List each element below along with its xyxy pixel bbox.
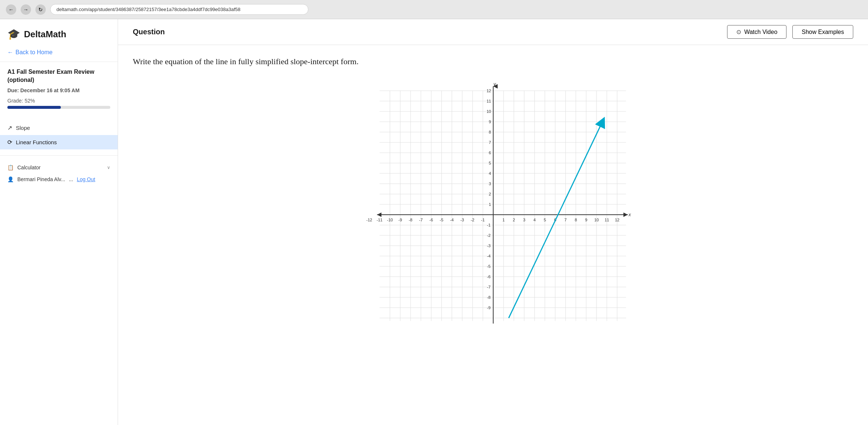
svg-text:3: 3 — [488, 182, 491, 186]
svg-text:-6: -6 — [429, 218, 433, 222]
nav-item-linear-functions-label: Linear Functions — [16, 139, 57, 145]
logo-area: 🎓 DeltaMath — [0, 19, 118, 46]
back-button[interactable]: ← — [6, 4, 16, 15]
svg-text:10: 10 — [486, 109, 491, 114]
logo-text: DeltaMath — [24, 29, 66, 39]
svg-text:-2: -2 — [471, 218, 474, 222]
back-to-home-link[interactable]: ← Back to Home — [0, 46, 118, 62]
svg-text:7: 7 — [488, 140, 491, 145]
svg-text:-5: -5 — [440, 218, 443, 222]
question-text: Write the equation of the line in fully … — [133, 57, 853, 66]
linear-functions-icon: ⟳ — [7, 139, 12, 146]
svg-text:11: 11 — [604, 218, 609, 222]
svg-text:6: 6 — [488, 151, 491, 155]
svg-text:2: 2 — [488, 192, 491, 196]
svg-text:1: 1 — [488, 202, 491, 207]
calculator-item[interactable]: 📋 Calculator ∨ — [7, 162, 110, 173]
svg-text:8: 8 — [488, 130, 491, 134]
svg-text:-2: -2 — [487, 233, 491, 238]
svg-text:-3: -3 — [487, 243, 491, 248]
nav-item-slope[interactable]: ↗ Slope — [0, 121, 118, 135]
svg-text:5: 5 — [543, 218, 546, 222]
graph-container: -12 -11 -10 -9 -8 -7 -6 -5 -4 -3 -2 -1 1… — [133, 78, 853, 336]
svg-text:7: 7 — [564, 218, 566, 222]
due-date: Due: December 16 at 9:05 AM — [7, 87, 110, 93]
grade-label: Grade: 52% — [7, 98, 110, 104]
logout-link[interactable]: Log Out — [77, 176, 95, 182]
svg-text:11: 11 — [486, 99, 491, 103]
question-title: Question — [133, 28, 165, 36]
slope-icon: ↗ — [7, 124, 12, 131]
svg-text:8: 8 — [574, 218, 577, 222]
nav-item-linear-functions[interactable]: ⟳ Linear Functions — [0, 135, 118, 149]
assignment-title: A1 Fall Semester Exam Review (optional) — [7, 68, 110, 84]
svg-text:-9: -9 — [487, 305, 491, 310]
due-date-value: December 16 at 9:05 AM — [20, 87, 80, 93]
back-arrow-icon: ← — [7, 49, 13, 56]
svg-text:-5: -5 — [487, 264, 491, 269]
forward-button[interactable]: → — [21, 4, 31, 15]
svg-text:9: 9 — [488, 120, 491, 124]
svg-text:4: 4 — [533, 218, 535, 222]
svg-text:12: 12 — [486, 89, 491, 93]
svg-text:-10: -10 — [387, 218, 393, 222]
graph-wrapper: -12 -11 -10 -9 -8 -7 -6 -5 -4 -3 -2 -1 1… — [349, 78, 637, 336]
svg-text:y: y — [493, 81, 496, 87]
svg-text:-4: -4 — [487, 254, 491, 258]
svg-text:2: 2 — [512, 218, 515, 222]
watch-video-button[interactable]: ⊙ Watch Video — [727, 25, 786, 39]
svg-text:-7: -7 — [419, 218, 423, 222]
svg-text:-8: -8 — [409, 218, 412, 222]
coordinate-graph: -12 -11 -10 -9 -8 -7 -6 -5 -4 -3 -2 -1 1… — [349, 78, 637, 336]
refresh-button[interactable]: ↻ — [35, 4, 46, 15]
user-item: 👤 Bermari Pineda Alv... ... Log Out — [7, 173, 110, 185]
address-bar[interactable] — [50, 4, 308, 15]
question-area: Write the equation of the line in fully … — [118, 45, 868, 425]
main-container: 🎓 DeltaMath ← Back to Home A1 Fall Semes… — [0, 19, 868, 425]
play-icon: ⊙ — [736, 28, 741, 35]
nav-item-slope-label: Slope — [16, 125, 30, 131]
svg-text:3: 3 — [523, 218, 525, 222]
logo-icon: 🎓 — [7, 28, 20, 40]
sidebar: 🎓 DeltaMath ← Back to Home A1 Fall Semes… — [0, 19, 118, 425]
svg-text:-6: -6 — [487, 274, 491, 279]
top-buttons: ⊙ Watch Video Show Examples — [727, 25, 853, 39]
calculator-icon: 📋 — [7, 165, 14, 170]
svg-text:-1: -1 — [481, 218, 485, 222]
user-icon: 👤 — [7, 176, 14, 182]
svg-text:10: 10 — [594, 218, 598, 222]
svg-text:-12: -12 — [366, 218, 372, 222]
user-name: Bermari Pineda Alv... — [17, 176, 65, 182]
expand-icon: ∨ — [107, 165, 110, 170]
svg-text:9: 9 — [585, 218, 587, 222]
assignment-info: A1 Fall Semester Exam Review (optional) … — [0, 62, 118, 115]
calculator-label: Calculator — [17, 165, 41, 170]
show-examples-button[interactable]: Show Examples — [792, 25, 853, 39]
svg-text:-8: -8 — [487, 295, 491, 300]
svg-text:-1: -1 — [487, 223, 491, 227]
due-label: Due: — [7, 87, 19, 93]
svg-text:5: 5 — [488, 161, 491, 165]
svg-text:-11: -11 — [377, 218, 383, 222]
svg-text:4: 4 — [488, 171, 491, 176]
show-examples-label: Show Examples — [802, 29, 844, 35]
sidebar-nav: ↗ Slope ⟳ Linear Functions — [0, 115, 118, 155]
svg-text:-7: -7 — [487, 285, 491, 289]
back-to-home-label: Back to Home — [15, 49, 52, 56]
watch-video-label: Watch Video — [744, 29, 777, 35]
svg-text:-3: -3 — [460, 218, 464, 222]
top-bar: Question ⊙ Watch Video Show Examples — [118, 19, 868, 45]
svg-text:-9: -9 — [398, 218, 402, 222]
ellipsis: ... — [69, 176, 73, 182]
grade-bar-fill — [7, 106, 61, 109]
svg-text:x: x — [628, 212, 631, 217]
grade-bar-background — [7, 106, 110, 109]
sidebar-footer: 📋 Calculator ∨ 👤 Bermari Pineda Alv... .… — [0, 155, 118, 191]
svg-text:12: 12 — [615, 218, 619, 222]
svg-text:-4: -4 — [450, 218, 454, 222]
main-content: Question ⊙ Watch Video Show Examples Wri… — [118, 19, 868, 425]
svg-text:1: 1 — [502, 218, 504, 222]
browser-bar: ← → ↻ — [0, 0, 868, 19]
